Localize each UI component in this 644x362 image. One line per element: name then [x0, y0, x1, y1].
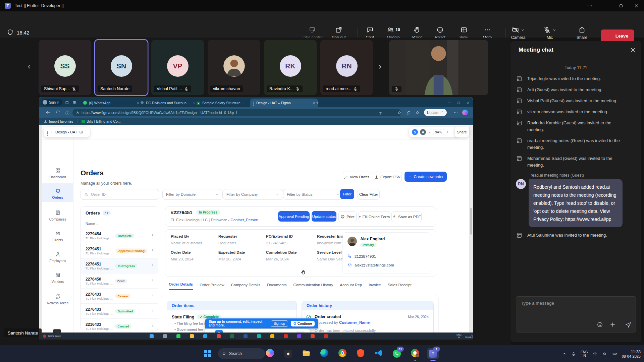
taskbar-icon-app-dark[interactable]: ◆ — [282, 348, 294, 359]
emoji-icon[interactable] — [597, 321, 603, 328]
strip-scroll-right[interactable] — [376, 63, 384, 72]
approval-pending-button[interactable]: Approval Pending — [278, 211, 310, 222]
leave-button[interactable]: Leave — [601, 29, 634, 42]
view-drafts-button[interactable]: View Drafts — [343, 172, 370, 182]
participant-tile-vishal-patil----[interactable]: VPVishal Patil ... — [151, 40, 204, 95]
shared-widgets[interactable]: Game score — [43, 335, 61, 338]
tab-company-details[interactable]: Company Details — [231, 283, 261, 290]
sidebar-item-companies[interactable]: Companies — [42, 210, 73, 221]
spotlight-tile[interactable] — [389, 40, 488, 95]
shared-app-icon-7[interactable] — [244, 334, 248, 338]
browser-essentials[interactable] — [407, 110, 411, 116]
bookmark-bills[interactable]: Bills | Billing and Co... — [82, 119, 120, 123]
order-row-2276450[interactable]: 2276450TL Flex Holdings LLCDraft — [81, 274, 158, 289]
sidebar-item-clients[interactable]: Clients — [42, 231, 73, 242]
browser-maximize-button[interactable] — [457, 100, 461, 106]
refresh-button[interactable] — [56, 110, 60, 116]
contact-phone[interactable]: 2123874901 — [347, 254, 376, 258]
order-id-search-input[interactable]: Order ID — [80, 189, 159, 200]
taskbar-icon-explorer[interactable] — [301, 348, 312, 359]
shared-app-icon-4[interactable] — [203, 334, 207, 338]
tab-documents[interactable]: Documents — [267, 283, 286, 290]
new-tab-button[interactable] — [315, 100, 319, 106]
participant-tile-shivani-sup---[interactable]: SSShivani Sup... — [39, 40, 91, 95]
maximize-button[interactable] — [613, 0, 629, 11]
create-new-order-button[interactable]: Create new order — [405, 172, 447, 182]
taskbar-icon-copilot[interactable] — [264, 348, 276, 359]
taskbar-icon-teams[interactable]: T1 — [427, 348, 439, 359]
browser-tab[interactable]: Design - UAT – Figma — [250, 99, 318, 107]
order-row-2279454[interactable]: 2279454TL Flex Holdings LLCComplete — [81, 228, 158, 243]
print-button[interactable]: Print — [338, 211, 357, 222]
chev-up-icon[interactable] — [562, 352, 567, 356]
start-button[interactable] — [202, 348, 213, 359]
wifi-icon[interactable] — [593, 351, 598, 356]
chev-down-icon[interactable] — [521, 28, 525, 32]
back-button[interactable] — [46, 110, 50, 116]
sidebar-item-orders[interactable]: Orders — [42, 188, 73, 199]
sidebar-item-dashboard[interactable]: Dashboard — [42, 168, 73, 179]
taskbar-icon-brave[interactable] — [355, 348, 366, 359]
sidebar-item-refresh-token[interactable]: Refresh Token — [42, 294, 73, 305]
filter-apply-button[interactable]: Filter — [340, 189, 354, 199]
close-icon[interactable] — [630, 47, 636, 53]
tab-communication-history[interactable]: Communication History — [293, 283, 333, 290]
sidebar-item-vendors[interactable]: Vendors — [42, 272, 73, 284]
tab-sales-receipt[interactable]: Sales Receipt — [388, 283, 412, 290]
contact-person-link[interactable]: Contact_Person. — [230, 218, 259, 222]
shared-app-icon-2[interactable] — [176, 334, 180, 338]
taskbar-icon-chrome-profile[interactable] — [409, 348, 421, 359]
mic-icon[interactable] — [571, 352, 576, 356]
browser-menu[interactable] — [453, 110, 458, 116]
scrollbar-thumb[interactable] — [470, 208, 472, 235]
dots-icon[interactable] — [453, 110, 458, 115]
volume-icon[interactable] — [602, 351, 607, 356]
favorite-star[interactable] — [397, 110, 401, 116]
google-continue-button[interactable]: GContinue — [291, 321, 315, 326]
order-row-2276433[interactable]: 2276433TL Flex Holdings LLCSubmitted — [81, 304, 158, 319]
minimize-button[interactable] — [598, 0, 613, 11]
close-icon[interactable] — [466, 101, 470, 105]
shared-app-icon-5[interactable] — [217, 334, 221, 338]
shared-app-icon-11[interactable] — [297, 334, 301, 338]
url-bar[interactable]: https://www.figma.com/design/9BKQ0FOHRWa… — [72, 109, 401, 116]
sidebar-item-employees[interactable]: Employees — [42, 251, 73, 263]
tab-invoice[interactable]: Invoice — [369, 283, 381, 290]
shared-app-icon-10[interactable] — [284, 334, 288, 338]
zoom-level[interactable]: 94% — [433, 129, 444, 135]
shared-app-icon-8[interactable] — [257, 334, 261, 338]
browser-profile-button[interactable]: Sign in — [42, 99, 62, 106]
minimize-icon[interactable] — [447, 101, 451, 105]
order-row-2279451[interactable]: 2279451TL Flex Holdings LLCApproval Pend… — [81, 243, 158, 258]
order-row-2276451[interactable]: 2276451TL Flex Holdings LLCIn Progress — [81, 258, 158, 274]
chev-down-icon[interactable] — [50, 131, 53, 134]
close-button[interactable] — [629, 0, 644, 11]
shared-app-icon-6[interactable] — [230, 334, 234, 338]
save-as-pdf-button[interactable]: Save as PDF — [391, 211, 422, 222]
chev-right-icon[interactable] — [446, 130, 449, 134]
chev-down-icon[interactable] — [428, 131, 431, 134]
tab-order-preview[interactable]: Order Preview — [200, 283, 224, 290]
order-row-2216433[interactable]: 2216433TL Flex Holdings LLCCreated — [81, 319, 158, 331]
clear-filter-button[interactable]: Clear Filter — [358, 189, 380, 200]
shared-app-icon-9[interactable] — [270, 334, 274, 338]
close-icon[interactable] — [312, 102, 315, 105]
filter-domicile-select[interactable]: Filter by Domicile — [162, 189, 223, 200]
taskbar-icon-chrome[interactable] — [337, 348, 348, 359]
shared-app-icon-13[interactable] — [324, 334, 328, 338]
star-icon[interactable] — [415, 111, 420, 115]
strip-scroll-left[interactable] — [25, 63, 33, 72]
shared-app-icon-12[interactable] — [311, 334, 315, 338]
browser-tab[interactable]: (6) WhatsApp — [80, 99, 142, 107]
taskbar-icon-vscode[interactable] — [373, 348, 384, 359]
shared-app-icon-1[interactable] — [163, 334, 167, 338]
tab-actions-1[interactable] — [65, 100, 69, 106]
participant-tile-ravindra-k---[interactable]: RKRavindra K... — [264, 40, 317, 95]
more-horizontal-button[interactable] — [582, 0, 598, 11]
export-csv-button[interactable]: Export CSV — [373, 172, 402, 182]
fill-online-form-button[interactable]: Fill Online Form — [359, 211, 390, 222]
chev-down-icon[interactable] — [552, 28, 556, 32]
contact-email[interactable]: alex@vstatefilings.com — [347, 263, 394, 267]
participant-tile-read-ai-mee---[interactable]: RNread.ai mee... — [320, 40, 373, 95]
tab-actions-2[interactable] — [72, 100, 76, 106]
